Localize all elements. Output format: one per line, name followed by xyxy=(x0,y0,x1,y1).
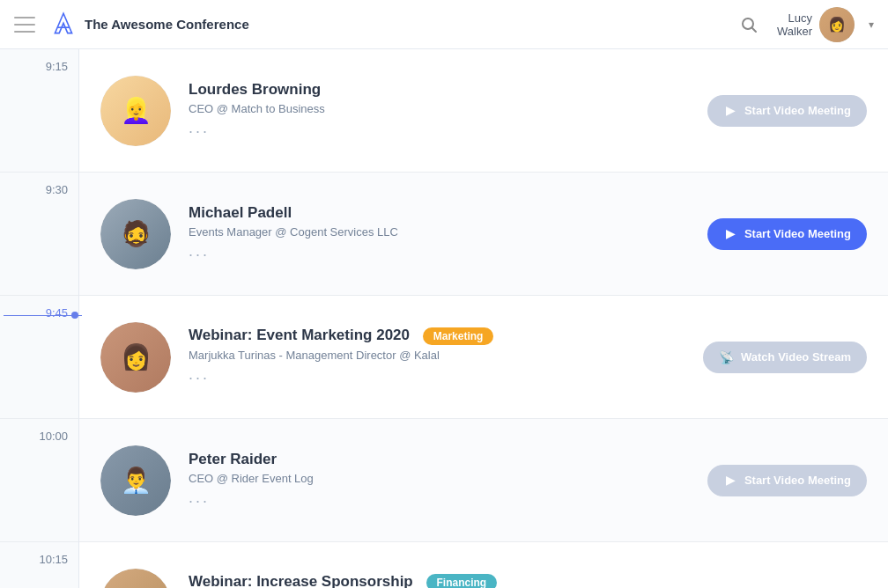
item-info: Peter Raider CEO @ Rider Event Log ··· xyxy=(189,451,690,511)
speaker-role: Marjukka Turinas - Management Director @… xyxy=(189,349,685,362)
watch-video-stream-button[interactable]: 📡 Watch Video Stream xyxy=(703,342,867,373)
category-tag: Financing xyxy=(426,574,498,588)
user-menu[interactable]: Lucy Walker 👩 xyxy=(777,7,855,42)
main-content: 9:15 9:30 9:45 10:00 10:15 10:30 10:45 1… xyxy=(0,49,888,588)
app-logo: The Awesome Conference xyxy=(49,11,249,39)
speaker-name: Lourdes Browning xyxy=(189,81,690,99)
avatar: 👩 xyxy=(100,322,171,393)
chevron-down-icon[interactable]: ▾ xyxy=(869,18,874,31)
app-title: The Awesome Conference xyxy=(85,17,249,32)
play-icon: ▶ xyxy=(723,104,737,118)
item-info: Lourdes Browning CEO @ Match to Business… xyxy=(189,81,690,141)
play-icon: ▶ xyxy=(723,474,737,488)
start-video-meeting-button[interactable]: ▶ Start Video Meeting xyxy=(707,95,867,127)
time-slot-9-15: 9:15 xyxy=(0,49,78,173)
list-item: 👩 Webinar: Event Marketing 2020 Marketin… xyxy=(79,296,888,419)
avatar: 👱‍♀️ xyxy=(100,76,171,146)
current-time-indicator xyxy=(4,315,82,316)
play-icon: ▶ xyxy=(723,227,737,241)
menu-icon[interactable] xyxy=(14,14,35,35)
start-video-meeting-button[interactable]: ▶ Start Video Meeting xyxy=(707,465,867,496)
list-item: 🧔 Michael Padell Events Manager @ Cogent… xyxy=(79,173,888,296)
time-slot-10-15: 10:15 xyxy=(0,542,78,588)
user-name: Lucy Walker xyxy=(777,11,812,38)
avatar: 👨 xyxy=(100,569,171,589)
svg-point-0 xyxy=(743,18,753,29)
more-dots[interactable]: ··· xyxy=(189,122,690,141)
avatar: 🧔 xyxy=(100,199,171,269)
speaker-name: Michael Padell xyxy=(189,204,690,222)
timeline-sidebar: 9:15 9:30 9:45 10:00 10:15 10:30 10:45 1… xyxy=(0,49,79,588)
speaker-name: Webinar: Increase Sponsorship Financing xyxy=(189,573,685,588)
speaker-name: Peter Raider xyxy=(189,451,690,468)
more-dots[interactable]: ··· xyxy=(189,246,690,264)
category-tag: Marketing xyxy=(423,327,494,345)
item-info: Webinar: Increase Sponsorship Financing … xyxy=(189,573,685,588)
item-info: Michael Padell Events Manager @ Cogent S… xyxy=(189,204,690,264)
schedule-list: 👱‍♀️ Lourdes Browning CEO @ Match to Bus… xyxy=(79,49,888,588)
speaker-role: Events Manager @ Cogent Services LLC xyxy=(189,225,690,239)
logo-mark-icon xyxy=(49,11,78,39)
app-header: The Awesome Conference Lucy Walker 👩 ▾ xyxy=(0,0,888,49)
item-info: Webinar: Event Marketing 2020 Marketing … xyxy=(189,327,685,387)
speaker-role: CEO @ Match to Business xyxy=(189,102,690,115)
time-slot-9-30: 9:30 xyxy=(0,173,78,296)
time-slot-10-00: 10:00 xyxy=(0,419,78,542)
more-dots[interactable]: ··· xyxy=(189,369,685,387)
start-video-meeting-button[interactable]: ▶ Start Video Meeting xyxy=(707,218,867,250)
header-right: Lucy Walker 👩 ▾ xyxy=(735,7,874,42)
avatar: 👩 xyxy=(819,7,855,42)
broadcast-icon: 📡 xyxy=(719,350,734,364)
more-dots[interactable]: ··· xyxy=(189,492,690,511)
list-item: 👨 Webinar: Increase Sponsorship Financin… xyxy=(79,542,888,588)
search-icon[interactable] xyxy=(735,11,763,39)
time-slot-9-45: 9:45 xyxy=(0,296,78,419)
list-item: 👱‍♀️ Lourdes Browning CEO @ Match to Bus… xyxy=(79,49,888,173)
avatar: 👨‍💼 xyxy=(100,445,171,516)
speaker-role: CEO @ Rider Event Log xyxy=(189,472,690,485)
speaker-name: Webinar: Event Marketing 2020 Marketing xyxy=(189,327,685,345)
list-item: 👨‍💼 Peter Raider CEO @ Rider Event Log ·… xyxy=(79,419,888,542)
